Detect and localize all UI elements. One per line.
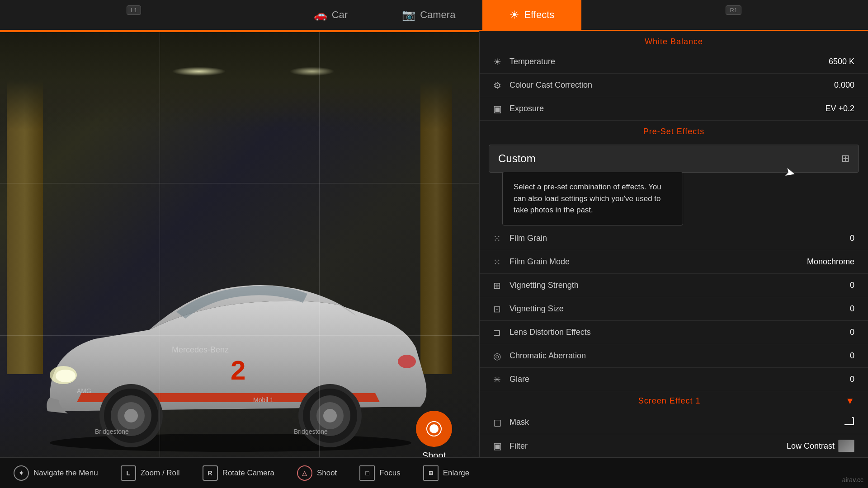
tab-car-label: Car (332, 9, 348, 21)
svg-text:AMG: AMG (77, 387, 91, 394)
rotate-btn[interactable]: R Rotate Camera (203, 465, 274, 481)
grid-icon: ⊞ (841, 153, 849, 164)
glare-icon: ✳ (493, 374, 509, 385)
chromatic-aberration-label: Chromatic Aberration (509, 351, 850, 361)
ceiling-light-1 (172, 67, 226, 76)
glare-row[interactable]: ✳ Glare 0 (480, 368, 868, 391)
colour-cast-label: Colour Cast Correction (509, 80, 834, 90)
nav-tabs: 🚗 Car 📷 Camera ☀ Effects (0, 0, 868, 30)
enlarge-btn[interactable]: ⊞ Enlarge (423, 465, 470, 481)
ceiling-structure (0, 31, 479, 130)
mask-value (844, 417, 854, 428)
vignetting-size-label: Vignetting Size (509, 304, 850, 314)
zoom-icon: L (121, 465, 136, 481)
vignetting-size-value: 0 (850, 304, 854, 314)
exposure-value: EV +0.2 (825, 104, 854, 113)
shoot-circle (416, 411, 452, 447)
screen-effect-header[interactable]: Screen Effect 1 ▼ (480, 391, 868, 411)
lens-distortion-label: Lens Distortion Effects (509, 328, 850, 337)
svg-point-10 (124, 409, 138, 422)
vignetting-size-row[interactable]: ⊡ Vignetting Size 0 (480, 297, 868, 321)
svg-text:Bridgestone: Bridgestone (95, 428, 129, 435)
temperature-value: 6500 K (829, 57, 854, 66)
shoot-bottom-btn[interactable]: △ Shoot (297, 465, 337, 481)
car-svg: 2 Mercedes-Benz Bridgestone Bridgestone (14, 226, 443, 452)
vignetting-strength-icon: ⊞ (493, 280, 509, 291)
filter-value: Low Contrast (787, 440, 854, 452)
film-grain-mode-icon: ⁙ (493, 257, 509, 267)
filter-label: Filter (509, 441, 787, 451)
glare-value: 0 (850, 375, 854, 384)
preset-value: Custom (498, 152, 841, 165)
shutter-icon (425, 420, 443, 438)
colour-cast-icon: ⚙ (493, 80, 509, 91)
tab-camera[interactable]: 📷 Camera (375, 0, 482, 30)
rotate-icon: R (203, 465, 218, 481)
vignetting-strength-label: Vignetting Strength (509, 281, 850, 290)
filter-icon: ▣ (493, 441, 509, 451)
lens-distortion-value: 0 (850, 328, 854, 337)
chromatic-aberration-icon: ◎ (493, 351, 509, 361)
exposure-label: Exposure (509, 104, 825, 113)
ceiling-light-2 (289, 67, 335, 76)
svg-point-4 (56, 370, 75, 382)
cursor-arrow: ➤ (783, 164, 797, 181)
preset-tooltip: Select a pre-set combination of effects.… (502, 172, 683, 225)
film-grain-mode-label: Film Grain Mode (509, 257, 807, 267)
preset-dropdown[interactable]: Custom ➤ ⊞ (489, 145, 859, 173)
zoom-btn[interactable]: L Zoom / Roll (121, 465, 180, 481)
temperature-icon: ☀ (493, 56, 509, 67)
lens-distortion-row[interactable]: ⊐ Lens Distortion Effects 0 (480, 321, 868, 344)
watermark: airav.cc (842, 476, 863, 483)
l1-button[interactable]: L1 (127, 5, 141, 15)
filter-row[interactable]: ▣ Filter Low Contrast (480, 434, 868, 457)
viewport-border (0, 31, 479, 32)
preset-effects-header: Pre-Set Effects (480, 121, 868, 140)
shoot-bottom-label: Shoot (317, 469, 337, 478)
grid-line-h1 (0, 183, 479, 183)
mask-arrow-icon (844, 417, 854, 426)
film-grain-label: Film Grain (509, 234, 850, 243)
effects-settings-wrapper: ⁙ Film Grain 0 ⁙ Film Grain Mode Monochr… (480, 227, 868, 391)
temperature-row[interactable]: ☀ Temperature 6500 K (480, 50, 868, 74)
exposure-row[interactable]: ▣ Exposure EV +0.2 (480, 97, 868, 121)
film-grain-mode-row[interactable]: ⁙ Film Grain Mode Monochrome (480, 250, 868, 274)
navigate-btn[interactable]: ✦ Navigate the Menu (14, 465, 98, 481)
chromatic-aberration-value: 0 (850, 351, 854, 361)
svg-point-15 (323, 409, 337, 422)
vignetting-size-icon: ⊡ (493, 304, 509, 314)
mask-icon: ▢ (493, 417, 509, 428)
lens-distortion-icon: ⊐ (493, 327, 509, 338)
car-icon: 🚗 (314, 9, 327, 21)
vignetting-strength-row[interactable]: ⊞ Vignetting Strength 0 (480, 274, 868, 297)
tab-effects-label: Effects (524, 9, 554, 21)
svg-point-5 (398, 355, 416, 368)
tab-effects[interactable]: ☀ Effects (482, 0, 581, 30)
film-grain-icon: ⁙ (493, 233, 509, 244)
film-grain-mode-value: Monochrome (807, 257, 854, 267)
zoom-label: Zoom / Roll (141, 469, 180, 478)
film-grain-row[interactable]: ⁙ Film Grain 0 (480, 227, 868, 250)
tab-car[interactable]: 🚗 Car (287, 0, 375, 30)
screen-effect-arrow: ▼ (845, 396, 854, 406)
mask-label: Mask (509, 418, 844, 427)
mask-row[interactable]: ▢ Mask (480, 411, 868, 434)
svg-point-21 (429, 424, 439, 433)
focus-btn[interactable]: □ Focus (359, 465, 400, 481)
vignetting-strength-value: 0 (850, 281, 854, 290)
svg-text:Mobil 1: Mobil 1 (253, 396, 274, 404)
enlarge-icon: ⊞ (423, 465, 439, 481)
navigate-icon: ✦ (14, 465, 29, 481)
shoot-button[interactable]: Shoot (416, 411, 452, 461)
navigate-label: Navigate the Menu (33, 469, 98, 478)
svg-text:2: 2 (231, 355, 245, 385)
chromatic-aberration-row[interactable]: ◎ Chromatic Aberration 0 (480, 344, 868, 368)
shoot-bottom-icon: △ (297, 465, 312, 481)
colour-cast-row[interactable]: ⚙ Colour Cast Correction 0.000 (480, 74, 868, 97)
rotate-label: Rotate Camera (222, 469, 274, 478)
right-panel: White Balance ☀ Temperature 6500 K ⚙ Col… (479, 31, 868, 457)
film-grain-value: 0 (850, 234, 854, 243)
r1-button[interactable]: R1 (726, 5, 741, 15)
svg-point-0 (50, 434, 411, 452)
screen-effect-title: Screen Effect 1 (493, 396, 845, 406)
